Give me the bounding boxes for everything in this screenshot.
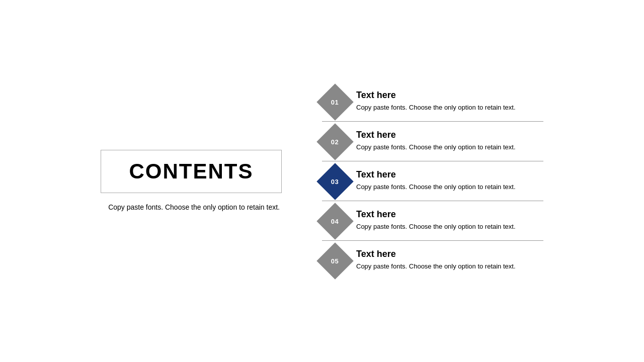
list-item: 02Text hereCopy paste fonts. Choose the … (322, 121, 543, 161)
item-content-4: Text hereCopy paste fonts. Choose the on… (356, 207, 543, 232)
item-title-5: Text here (356, 249, 543, 259)
item-title-1: Text here (356, 90, 543, 101)
item-description-2: Copy paste fonts. Choose the only option… (356, 142, 543, 152)
badge-number-04: 04 (331, 218, 339, 225)
badge-number-01: 01 (331, 99, 339, 106)
right-panel: 01Text hereCopy paste fonts. Choose the … (322, 82, 543, 280)
item-title-3: Text here (356, 169, 543, 180)
item-description-3: Copy paste fonts. Choose the only option… (356, 182, 543, 192)
badge-02: 02 (316, 123, 354, 160)
badge-03: 03 (316, 163, 354, 200)
badge-number-05: 05 (331, 257, 339, 265)
badge-04: 04 (316, 203, 354, 240)
item-content-5: Text hereCopy paste fonts. Choose the on… (356, 247, 543, 272)
item-content-1: Text hereCopy paste fonts. Choose the on… (356, 88, 543, 113)
item-description-5: Copy paste fonts. Choose the only option… (356, 261, 543, 272)
list-item: 01Text hereCopy paste fonts. Choose the … (322, 82, 543, 121)
item-content-3: Text hereCopy paste fonts. Choose the on… (356, 167, 543, 192)
item-title-2: Text here (356, 130, 543, 140)
page-title: CONTENTS (129, 159, 254, 183)
list-item: 05Text hereCopy paste fonts. Choose the … (322, 240, 543, 280)
badge-05: 05 (316, 242, 354, 280)
badge-01: 01 (316, 83, 354, 121)
left-description: Copy paste fonts. Choose the only option… (101, 202, 282, 213)
title-box: CONTENTS (101, 150, 282, 193)
badge-number-03: 03 (331, 178, 339, 186)
item-description-4: Copy paste fonts. Choose the only option… (356, 222, 543, 232)
item-title-4: Text here (356, 209, 543, 220)
page-container: CONTENTS Copy paste fonts. Choose the on… (0, 0, 644, 362)
badge-number-02: 02 (331, 138, 339, 146)
list-item: 04Text hereCopy paste fonts. Choose the … (322, 201, 543, 240)
item-description-1: Copy paste fonts. Choose the only option… (356, 103, 543, 113)
list-item: 03Text hereCopy paste fonts. Choose the … (322, 161, 543, 201)
left-panel: CONTENTS Copy paste fonts. Choose the on… (101, 150, 282, 213)
item-content-2: Text hereCopy paste fonts. Choose the on… (356, 128, 543, 152)
